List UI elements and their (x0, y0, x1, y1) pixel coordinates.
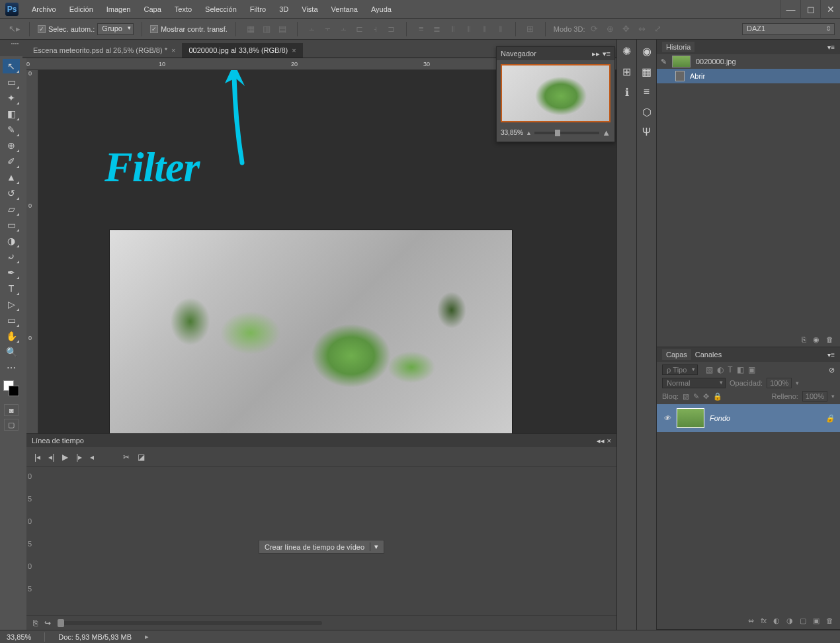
create-doc-icon[interactable]: ⎘ (802, 335, 806, 343)
info-icon[interactable]: ℹ (625, 86, 629, 99)
brush-tool[interactable]: ✐ (3, 154, 20, 169)
history-brush-tool[interactable]: ↺ (3, 186, 20, 200)
timeline-zoom-slider[interactable] (58, 621, 322, 625)
lock-all-icon[interactable]: 🔒 (713, 392, 722, 401)
timeline-tracks[interactable]: 050505 Crear línea de tiempo de vídeo▾ (26, 467, 616, 615)
channels-tab[interactable]: Canales (691, 349, 726, 360)
stamp-tool[interactable]: ▲ (3, 170, 20, 185)
workspace-selector[interactable]: DAZ1 (742, 23, 835, 35)
status-doc-size[interactable]: Doc: 5,93 MB/5,93 MB (58, 633, 132, 641)
panel-menu-icon[interactable]: ▾≡ (827, 351, 835, 359)
toolbar-drag-handle[interactable] (8, 43, 21, 48)
convert-frame-icon[interactable]: ⎘ (33, 619, 38, 628)
maximize-button[interactable]: ◻ (800, 0, 820, 18)
compass-icon[interactable]: ✺ (622, 45, 631, 58)
close-button[interactable]: ✕ (820, 0, 840, 18)
mode3d-pan-icon[interactable]: ✥ (619, 22, 632, 36)
path-tool[interactable]: ▷ (3, 297, 20, 312)
menu-archivo[interactable]: Archivo (25, 0, 63, 18)
shape-tool[interactable]: ▭ (3, 313, 20, 327)
close-icon[interactable]: × (607, 437, 611, 445)
distribute-icon[interactable]: ⦀ (478, 22, 491, 36)
layer-fx-icon[interactable]: fx (761, 617, 767, 624)
history-tab[interactable]: Historia (662, 42, 694, 52)
filter-adjust-icon[interactable]: ◐ (717, 365, 724, 374)
navigator-header[interactable]: Navegador ▸▸▾≡ (497, 47, 614, 60)
menu-vista[interactable]: Vista (295, 0, 324, 18)
lock-position-icon[interactable]: ✥ (703, 392, 709, 401)
distribute-icon[interactable]: ⦀ (494, 22, 507, 36)
mode3d-roll-icon[interactable]: ⊕ (603, 22, 616, 36)
new-layer-icon[interactable]: ▣ (813, 617, 819, 625)
transform-checkbox[interactable]: ✓ (150, 25, 158, 33)
navigator-thumbnail[interactable] (501, 64, 610, 122)
menu-3d[interactable]: 3D (273, 0, 295, 18)
move-tool[interactable]: ↖ (3, 59, 20, 73)
distribute-icon[interactable]: ≡ (415, 22, 428, 36)
align-top-icon[interactable]: ⫠ (306, 22, 319, 36)
document-tab[interactable]: 0020000.jpg al 33,8% (RGB/8) × (182, 43, 302, 58)
close-icon[interactable]: × (171, 46, 175, 54)
layer-thumbnail[interactable] (677, 408, 704, 428)
layer-mask-icon[interactable]: ◐ (773, 617, 780, 625)
visibility-toggle[interactable]: 👁 (662, 414, 671, 422)
pen-tool[interactable]: ✒ (3, 265, 20, 280)
panel-menu-icon[interactable]: ▾≡ (603, 50, 610, 58)
link-layers-icon[interactable]: ⇔ (748, 617, 754, 625)
menu-seleccion[interactable]: Selección (198, 0, 243, 18)
create-video-timeline-button[interactable]: Crear línea de tiempo de vídeo▾ (259, 540, 384, 554)
align-bottom-icon[interactable]: ⫠ (337, 22, 351, 36)
adjust-icon[interactable]: ≡ (644, 86, 650, 98)
dodge-tool[interactable]: ⤾ (3, 249, 20, 264)
marquee-tool[interactable]: ▭ (3, 75, 20, 89)
distribute-icon[interactable]: ≣ (431, 22, 444, 36)
play-button[interactable]: ▶ (62, 452, 68, 462)
align-left-icon[interactable]: ⊏ (353, 22, 366, 36)
autoselect-checkbox[interactable]: ✓ (38, 25, 46, 33)
zoom-in-icon[interactable]: ▲ (602, 128, 610, 138)
filter-type-icon[interactable]: T (728, 365, 732, 374)
blur-tool[interactable]: ◑ (3, 234, 20, 248)
timeline-header[interactable]: Línea de tiempo ◂◂× (26, 434, 616, 447)
menu-capa[interactable]: Capa (137, 0, 167, 18)
lock-icon[interactable]: 🔒 (825, 414, 835, 423)
transition-button[interactable]: ◪ (138, 452, 145, 462)
quickmask-toggle[interactable]: ◙ (4, 404, 19, 416)
navigator-panel[interactable]: Navegador ▸▸▾≡ 33,85% ▲ ▲ (496, 46, 615, 142)
render-icon[interactable]: ↪ (44, 619, 51, 628)
layers-tab[interactable]: Capas (662, 349, 691, 360)
lock-paint-icon[interactable]: ✎ (693, 392, 699, 401)
align-right-icon[interactable]: ⊐ (385, 22, 398, 36)
collapse-icon[interactable]: ◂◂ (597, 437, 605, 445)
history-step-row[interactable]: Abrir (657, 69, 840, 83)
menu-imagen[interactable]: Imagen (100, 0, 138, 18)
filter-pixel-icon[interactable]: ▧ (706, 365, 713, 374)
align-icon[interactable]: ▦ (244, 22, 257, 36)
image-canvas[interactable] (110, 230, 512, 458)
layer-filter-kind[interactable]: ρ Tipo (662, 364, 698, 375)
eyedropper-tool[interactable]: ✎ (3, 122, 20, 137)
fill-value[interactable]: 100% (802, 391, 827, 402)
trash-icon[interactable]: 🗑 (826, 335, 833, 343)
prev-frame-button[interactable]: ◂| (48, 452, 54, 462)
next-frame-button[interactable]: |▸ (76, 452, 82, 462)
distribute-icon[interactable]: ⦀ (462, 22, 476, 36)
navigator-zoom-value[interactable]: 33,85% (501, 129, 523, 136)
opacity-value[interactable]: 100% (767, 378, 792, 388)
layer-row[interactable]: 👁 Fondo 🔒 (657, 404, 840, 432)
collapse-icon[interactable]: ▸▸ (592, 50, 600, 58)
menu-edicion[interactable]: Edición (63, 0, 100, 18)
camera-icon[interactable]: ◉ (813, 335, 819, 344)
adjustment-layer-icon[interactable]: ◑ (786, 617, 793, 625)
hand-tool[interactable]: ✋ (3, 329, 20, 343)
crop-tool[interactable]: ◧ (3, 107, 20, 121)
style-icon[interactable]: ⬡ (642, 106, 651, 118)
trash-icon[interactable]: 🗑 (826, 617, 833, 624)
auto-align-icon[interactable]: ⊞ (524, 22, 537, 36)
menu-ventana[interactable]: Ventana (325, 0, 364, 18)
color-swatches[interactable] (3, 380, 19, 396)
close-icon[interactable]: × (292, 46, 296, 54)
go-start-button[interactable]: |◂ (34, 452, 40, 462)
group-icon[interactable]: ▢ (800, 617, 806, 625)
heal-tool[interactable]: ⊕ (3, 138, 20, 153)
